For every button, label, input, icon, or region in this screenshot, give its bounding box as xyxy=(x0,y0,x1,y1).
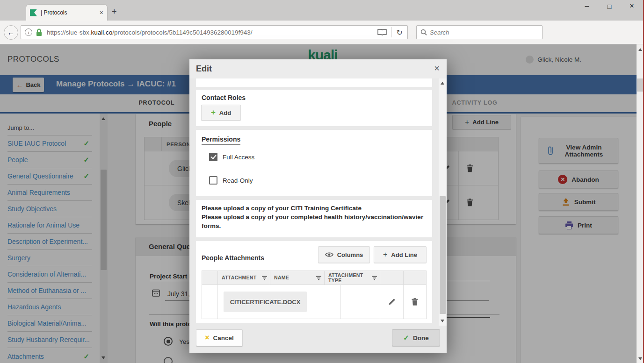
checkbox-full-access[interactable] xyxy=(209,153,217,161)
edit-pencil-icon[interactable] xyxy=(388,298,396,306)
col-blank xyxy=(202,271,218,285)
back-arrow-icon: ← xyxy=(7,28,15,37)
attachments-add-line-button[interactable]: + Add Line xyxy=(374,246,427,263)
url-bar[interactable]: i https://siue-sbx.kuali.co/protocols/pr… xyxy=(21,25,408,39)
browser-tab[interactable]: | Protocols × xyxy=(26,4,108,21)
people-attachments-section: People Attachments Columns + Add Line AT… xyxy=(196,241,432,323)
scroll-up-icon[interactable] xyxy=(638,48,642,51)
col-name[interactable]: NAME xyxy=(270,271,325,285)
contact-roles-section: Contact Roles + Add xyxy=(196,90,432,126)
filter-icon[interactable] xyxy=(371,276,377,280)
name-cell xyxy=(308,285,341,319)
scrollbar-thumb[interactable] xyxy=(440,196,446,314)
urlbar-divider xyxy=(391,27,392,37)
window-close-button[interactable]: × xyxy=(625,2,639,10)
contact-roles-add-button[interactable]: + Add xyxy=(201,105,241,121)
col-edit xyxy=(380,271,404,285)
filter-icon[interactable] xyxy=(261,276,268,280)
permissions-section: Permissions Full Access Read-Only xyxy=(196,130,432,196)
tab-close-icon[interactable]: × xyxy=(100,9,103,16)
window-minimize-button[interactable]: – xyxy=(580,2,594,10)
window-maximize-button[interactable]: □ xyxy=(602,3,616,10)
upload-note-line2: Please upload a copy of your completed h… xyxy=(202,213,425,230)
browser-toolbar: ← i https://siue-sbx.kuali.co/protocols/… xyxy=(0,21,644,44)
browser-titlebar: | Protocols × + – □ × xyxy=(0,0,644,21)
tab-title: | Protocols xyxy=(41,9,96,16)
done-check-icon: ✓ xyxy=(403,334,409,342)
col-attachment-type[interactable]: ATTACHMENT TYPE xyxy=(325,271,380,285)
new-tab-button[interactable]: + xyxy=(112,7,117,17)
type-cell xyxy=(341,285,380,319)
edit-modal: Edit × Contact Roles + Add Permissions F… xyxy=(189,59,447,353)
done-button[interactable]: ✓ Done xyxy=(392,329,440,346)
reader-mode-icon[interactable] xyxy=(377,29,387,36)
modal-close-icon[interactable]: × xyxy=(434,63,440,74)
people-attachments-heading: People Attachments xyxy=(202,254,264,262)
checkbox-label: Full Access xyxy=(223,154,254,161)
url-text[interactable]: https://siue-sbx.kuali.co/protocols/prot… xyxy=(47,29,377,36)
contact-roles-heading: Contact Roles xyxy=(202,94,246,103)
search-input[interactable] xyxy=(430,29,523,36)
attachment-file-button[interactable]: CITICERTIFICATE.DOCX xyxy=(224,292,307,312)
attachments-table: ATTACHMENT NAME ATTACHMENT TYPE xyxy=(202,270,427,319)
delete-trash-icon[interactable] xyxy=(412,298,419,306)
scroll-down-icon[interactable] xyxy=(441,320,444,322)
cancel-button[interactable]: × Cancel xyxy=(196,329,243,346)
attachment-row: CITICERTIFICATE.DOCX xyxy=(202,285,426,319)
upload-note-line1: Please upload a copy of your CITI Traini… xyxy=(202,204,426,213)
col-attachment[interactable]: ATTACHMENT xyxy=(218,271,270,285)
checkbox-label: Read-Only xyxy=(223,177,253,184)
kuali-favicon-icon xyxy=(30,9,37,16)
col-delete xyxy=(404,271,426,285)
search-icon xyxy=(420,29,427,36)
scroll-down-icon[interactable] xyxy=(638,357,642,360)
plus-icon: + xyxy=(383,250,387,259)
cancel-x-icon: × xyxy=(205,334,209,342)
scroll-up-icon[interactable] xyxy=(441,82,444,85)
site-info-icon[interactable]: i xyxy=(25,28,32,36)
reload-icon[interactable]: ↻ xyxy=(397,28,403,37)
upload-note-section: Please upload a copy of your CITI Traini… xyxy=(196,200,432,237)
browser-window: | Protocols × + – □ × ← i https://siue-s… xyxy=(0,0,644,363)
plus-icon: + xyxy=(211,108,216,117)
permissions-heading: Permissions xyxy=(202,135,240,145)
https-lock-icon[interactable] xyxy=(36,28,42,36)
modal-header: Edit × xyxy=(189,59,447,78)
scrollbar-thumb[interactable] xyxy=(637,78,644,92)
checkbox-read-only[interactable] xyxy=(209,176,217,185)
scrolled-card-fragment xyxy=(196,78,432,87)
columns-button[interactable]: Columns xyxy=(318,246,370,263)
modal-title: Edit xyxy=(196,64,212,74)
browser-back-button[interactable]: ← xyxy=(4,25,18,40)
eye-icon xyxy=(325,252,333,257)
filter-icon[interactable] xyxy=(316,276,322,280)
modal-footer: × Cancel ✓ Done xyxy=(189,326,447,353)
modal-scrollbar[interactable] xyxy=(439,78,447,326)
search-box[interactable] xyxy=(416,25,543,39)
